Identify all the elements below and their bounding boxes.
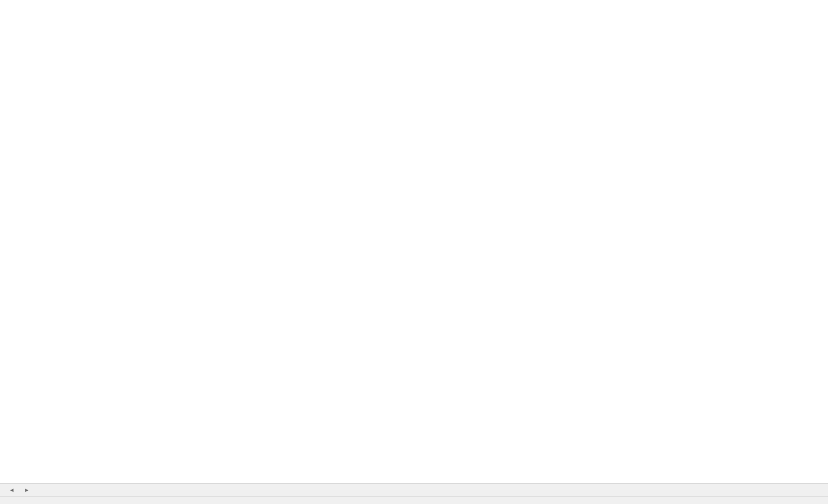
tab-nav-arrows[interactable]: ◄ ► — [0, 484, 39, 496]
horizontal-scrollbar[interactable] — [0, 496, 828, 504]
nav-prev-icon[interactable]: ◄ — [9, 487, 15, 493]
sheet-tab-bar: ◄ ► — [0, 483, 828, 496]
nav-next-icon[interactable]: ► — [24, 487, 30, 493]
